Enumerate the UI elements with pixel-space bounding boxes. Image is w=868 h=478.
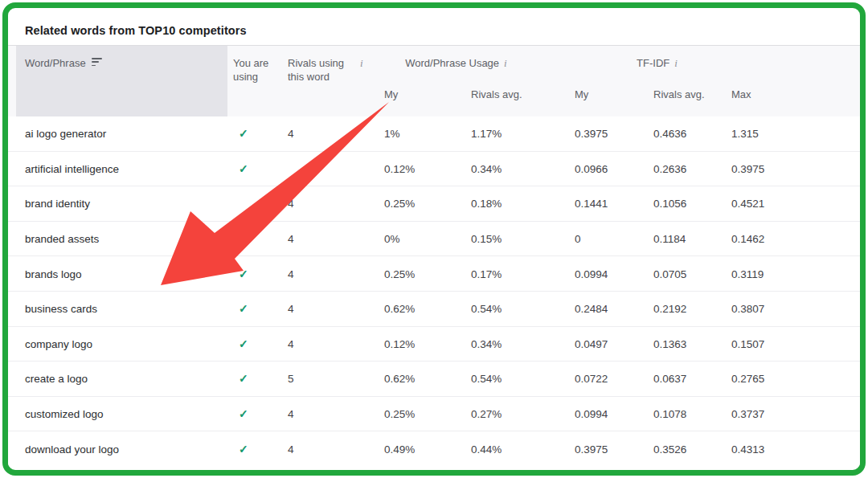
check-icon: ✓ [239,302,248,315]
check-icon: ✓ [239,162,248,175]
usage-rivals-avg-cell: 0.54% [471,373,502,385]
tfidf-my-cell: 0.3975 [575,128,608,140]
usage-rivals-avg-cell: 1.17% [471,128,502,140]
column-header-usage-rivals-avg: Rivals avg. [471,88,522,101]
table-row[interactable]: brand identity 4 0.25% 0.18% 0.1441 0.10… [8,186,860,222]
table-body: ai logo generator ✓ 4 1% 1.17% 0.3975 0.… [8,116,860,467]
column-group-tfidf: TF-IDFi [599,56,715,70]
check-icon: ✓ [239,337,248,350]
rivals-using-cell: 5 [288,373,294,385]
tfidf-max-cell: 0.4521 [731,198,764,210]
tfidf-max-cell: 0.2765 [731,373,764,385]
word-phrase-cell: download your logo [25,443,119,456]
word-phrase-cell: branded assets [25,233,99,245]
word-phrase-cell: customized logo [25,408,104,420]
rivals-using-cell: 4 [288,337,294,349]
word-phrase-cell: company logo [25,337,92,349]
column-header-you-are-using-label: You are using [233,57,268,83]
rivals-using-cell: 4 [288,198,294,210]
usage-rivals-avg-cell: 0.27% [471,408,502,420]
table-row[interactable]: branded assets 4 0% 0.15% 0 0.1184 0.146… [8,222,860,257]
column-header-tfidf-max: Max [731,88,751,101]
tfidf-rivals-avg-cell: 0.4636 [653,128,686,140]
table-row[interactable]: ai logo generator ✓ 4 1% 1.17% 0.3975 0.… [8,116,860,152]
usage-my-cell: 0.12% [384,337,415,349]
tfidf-rivals-avg-cell: 0.0705 [653,268,686,280]
word-phrase-cell: brand identity [25,198,90,210]
check-icon: ✓ [239,372,248,385]
table-header: Word/Phrase You are using Rivals using t… [8,45,860,116]
usage-rivals-avg-cell: 0.54% [471,303,502,315]
usage-rivals-avg-cell: 0.17% [471,268,502,280]
tfidf-my-cell: 0.0994 [575,408,608,420]
column-header-tfidf-my: My [575,88,588,101]
table-panel: Related words from TOP10 competitors Wor… [8,8,860,470]
word-phrase-cell: create a logo [25,373,88,385]
usage-my-cell: 0.25% [384,408,415,420]
info-icon[interactable]: i [360,56,363,84]
usage-my-cell: 1% [384,128,400,140]
check-icon: ✓ [239,127,248,140]
column-group-tfidf-label: TF-IDF [637,57,669,69]
info-icon[interactable]: i [674,57,678,69]
rivals-using-cell: 4 [288,303,294,315]
tfidf-my-cell: 0.0722 [575,373,608,385]
column-header-usage-my: My [384,88,398,101]
tfidf-max-cell: 0.3737 [731,408,764,420]
table-row[interactable]: company logo ✓ 4 0.12% 0.34% 0.0497 0.13… [8,327,860,362]
table-row[interactable]: download your logo ✓ 4 0.49% 0.44% 0.397… [8,431,860,467]
usage-rivals-avg-cell: 0.34% [471,162,502,174]
table-row[interactable]: brands logo ✓ 4 0.25% 0.17% 0.0994 0.070… [8,256,860,292]
tfidf-rivals-avg-cell: 0.1184 [653,233,686,245]
tfidf-rivals-avg-cell: 0.1363 [653,337,686,349]
screenshot-green-frame: Related words from TOP10 competitors Wor… [2,2,866,476]
tfidf-max-cell: 0.1462 [731,233,764,245]
tfidf-my-cell: 0.1441 [575,198,608,210]
table-row[interactable]: customized logo ✓ 4 0.25% 0.27% 0.0994 0… [8,397,860,432]
sort-icon[interactable] [92,58,103,68]
tfidf-rivals-avg-cell: 0.2636 [653,162,686,174]
word-phrase-cell: ai logo generator [25,128,106,140]
page-title: Related words from TOP10 competitors [25,24,247,37]
usage-my-cell: 0% [384,233,400,245]
tfidf-max-cell: 0.4313 [731,443,764,456]
tfidf-my-cell: 0 [575,233,581,245]
tfidf-my-cell: 0.0966 [575,162,608,174]
tfidf-rivals-avg-cell: 0.1078 [653,408,686,420]
usage-my-cell: 0.25% [384,268,415,280]
word-phrase-cell: business cards [25,303,97,315]
word-phrase-cell: brands logo [25,268,82,280]
column-header-word-phrase[interactable]: Word/Phrase [25,56,103,70]
usage-rivals-avg-cell: 0.18% [471,198,502,210]
usage-rivals-avg-cell: 0.15% [471,233,502,245]
tfidf-my-cell: 0.2484 [575,303,608,315]
tfidf-rivals-avg-cell: 0.2192 [653,303,686,315]
usage-rivals-avg-cell: 0.34% [471,337,502,349]
column-header-tfidf-rivals-avg: Rivals avg. [653,88,705,101]
tfidf-rivals-avg-cell: 0.0637 [653,373,686,385]
usage-my-cell: 0.49% [384,443,415,456]
rivals-using-cell: 4 [288,233,294,245]
tfidf-max-cell: 0.3119 [731,268,764,280]
tfidf-rivals-avg-cell: 0.1056 [653,198,686,210]
tfidf-my-cell: 0.3975 [575,443,608,456]
tfidf-my-cell: 0.0497 [575,337,608,349]
table-row[interactable]: business cards ✓ 4 0.62% 0.54% 0.2484 0.… [8,292,860,327]
column-header-rivals-using-label: Rivals using this word [288,56,352,84]
table-row[interactable]: artificial intelligence ✓ 0.12% 0.34% 0.… [8,152,860,187]
tfidf-max-cell: 1.315 [731,128,759,140]
tfidf-my-cell: 0.0994 [575,268,608,280]
tfidf-max-cell: 0.3807 [731,303,764,315]
rivals-using-cell: 4 [288,268,294,280]
table-row[interactable]: create a logo ✓ 5 0.62% 0.54% 0.0722 0.0… [8,362,860,397]
rivals-using-cell: 4 [288,443,294,456]
usage-my-cell: 0.62% [384,373,415,385]
usage-my-cell: 0.62% [384,303,415,315]
usage-rivals-avg-cell: 0.44% [471,443,502,456]
word-phrase-cell: artificial intelligence [25,162,119,174]
info-icon[interactable]: i [504,57,507,69]
column-header-word-phrase-label: Word/Phrase [25,56,86,70]
rivals-using-cell: 4 [288,128,294,140]
column-group-usage-label: Word/Phrase Usage [405,57,499,69]
usage-my-cell: 0.25% [384,198,415,210]
